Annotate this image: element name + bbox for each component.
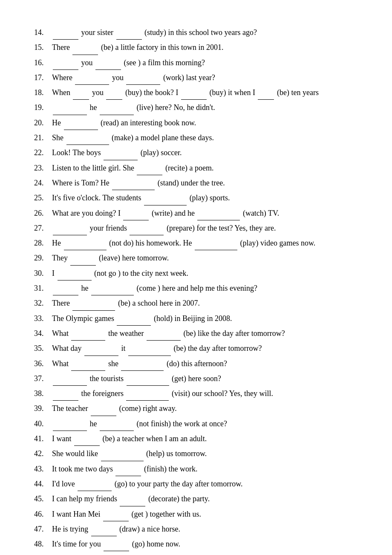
list-item: 30. I (not go ) to the city next week. <box>34 266 358 280</box>
item-content: He (not do) his homework. He (play) vide… <box>52 236 358 250</box>
blank <box>195 250 237 250</box>
list-item: 36. What she (do) this afternoon? <box>34 357 358 371</box>
blank <box>115 476 141 476</box>
blank <box>73 99 89 100</box>
blank <box>53 431 87 431</box>
list-item: 22. Look! The boys (play) soccer. <box>34 146 358 160</box>
blank <box>144 205 187 205</box>
item-number: 42. <box>34 447 52 461</box>
item-number: 36. <box>34 357 52 371</box>
list-item: 49. We go to the Square (watch) football… <box>34 552 358 555</box>
item-number: 39. <box>34 402 52 416</box>
item-content: he (not finish) the work at once? <box>52 417 358 431</box>
blank <box>58 280 92 280</box>
blank <box>53 295 78 295</box>
item-content: I'd love (go) to your party the day afte… <box>52 477 358 491</box>
blank <box>53 235 87 235</box>
exercise-list: 14. your sister (study) in this school t… <box>34 26 358 555</box>
item-number: 14. <box>34 26 52 40</box>
blank <box>112 190 155 190</box>
item-content: He (read) an interesting book now. <box>52 116 358 130</box>
blank <box>127 385 169 386</box>
blank <box>104 551 129 551</box>
item-number: 21. <box>34 131 52 145</box>
item-content: She (make) a model plane these days. <box>52 131 358 145</box>
list-item: 24. Where is Tom? He (stand) under the t… <box>34 176 358 190</box>
list-item: 47. He is trying (draw) a nice horse. <box>34 522 358 536</box>
list-item: 41. I want (be) a teacher when I am an a… <box>34 432 358 446</box>
item-content: your sister (study) in this school two y… <box>52 26 358 40</box>
blank <box>126 400 169 401</box>
blank <box>100 115 134 115</box>
list-item: 26. What are you doing? I (write) and he… <box>34 206 358 220</box>
item-content: your friends (prepare) for the test? Yes… <box>52 221 358 235</box>
blank <box>126 84 160 85</box>
item-number: 38. <box>34 387 52 401</box>
list-item: 46. I want Han Mei (get ) together with … <box>34 507 358 521</box>
item-number: 41. <box>34 432 52 446</box>
list-item: 17. Where you (work) last year? <box>34 71 358 85</box>
list-item: 48. It's time for you (go) home now. <box>34 537 358 551</box>
item-content: the foreigners (visit) our school? Yes, … <box>52 387 358 401</box>
item-number: 28. <box>34 236 52 250</box>
blank <box>147 340 181 341</box>
list-item: 44. I'd love (go) to your party the day … <box>34 477 358 491</box>
list-item: 45. I can help my friends (decorate) the… <box>34 492 358 506</box>
item-number: 18. <box>34 86 52 100</box>
list-item: 42. She would like (help) us tomorrow. <box>34 447 358 461</box>
blank <box>123 220 149 220</box>
blank <box>64 130 98 130</box>
item-content: he (live) here? No, he didn't. <box>52 101 358 115</box>
item-number: 15. <box>34 40 52 55</box>
blank <box>84 356 118 356</box>
list-item: 20. He (read) an interesting book now. <box>34 116 358 130</box>
item-content: he (come ) here and help me this evening… <box>52 281 358 295</box>
item-content: the tourists (get) here soon? <box>52 372 358 386</box>
item-number: 29. <box>34 251 52 265</box>
list-item: 43. It took me two days (finish) the wor… <box>34 462 358 476</box>
item-number: 33. <box>34 312 52 326</box>
list-item: 27. your friends (prepare) for the test?… <box>34 221 358 235</box>
blank <box>181 99 207 100</box>
item-content: When you (buy) the book? I (buy) it when… <box>52 86 358 100</box>
item-content: He is trying (draw) a nice horse. <box>52 522 358 536</box>
list-item: 18. When you (buy) the book? I (buy) it … <box>34 86 358 100</box>
item-content: The Olympic games (hold) in Beijing in 2… <box>52 312 358 326</box>
item-number: 24. <box>34 176 52 190</box>
item-number: 44. <box>34 477 52 491</box>
blank <box>100 431 134 431</box>
blank <box>101 461 144 461</box>
blank <box>95 69 121 70</box>
item-number: 22. <box>34 146 52 160</box>
item-number: 46. <box>34 507 52 521</box>
list-item: 31. he (come ) here and help me this eve… <box>34 281 358 295</box>
blank <box>70 265 96 266</box>
blank <box>197 220 240 220</box>
blank <box>53 385 87 386</box>
item-content: There (be) a school here in 2007. <box>52 296 358 310</box>
list-item: 32. There (be) a school here in 2007. <box>34 296 358 310</box>
blank <box>71 340 105 341</box>
item-content: What she (do) this afternoon? <box>52 357 358 371</box>
item-number: 40. <box>34 417 52 431</box>
blank <box>72 55 98 55</box>
list-item: 40. he (not finish) the work at once? <box>34 417 358 431</box>
item-content: Where is Tom? He (stand) under the tree. <box>52 176 358 190</box>
blank <box>53 39 78 40</box>
blank <box>103 521 129 521</box>
item-content: They (leave) here tomorrow. <box>52 251 358 265</box>
item-content: Look! The boys (play) soccer. <box>52 146 358 160</box>
item-content: It's five o'clock. The students (play) s… <box>52 191 358 205</box>
item-number: 35. <box>34 341 52 356</box>
blank <box>72 310 115 311</box>
blank <box>116 39 142 40</box>
blank <box>106 99 122 100</box>
list-item: 38. the foreigners (visit) our school? Y… <box>34 387 358 401</box>
list-item: 35. What day it (be) the day after tomor… <box>34 341 358 356</box>
item-number: 26. <box>34 206 52 220</box>
blank <box>117 325 151 326</box>
item-number: 48. <box>34 537 52 551</box>
item-content: What are you doing? I (write) and he (wa… <box>52 206 358 220</box>
list-item: 37. the tourists (get) here soon? <box>34 372 358 386</box>
list-item: 19. he (live) here? No, he didn't. <box>34 101 358 115</box>
